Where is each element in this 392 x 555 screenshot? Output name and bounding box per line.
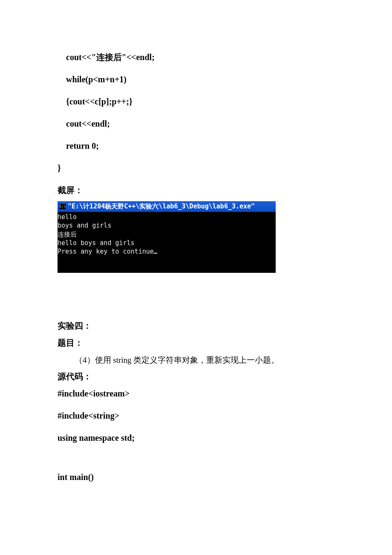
experiment-title: 实验四： [58,320,334,332]
terminal-titlebar: C:\ "E:\计1204杨天野C++\实验六\lab6_3\Debug\lab… [58,201,276,212]
terminal-title-text: "E:\计1204杨天野C++\实验六\lab6_3\Debug\lab6_3.… [68,202,255,211]
terminal-window: C:\ "E:\计1204杨天野C++\实验六\lab6_3\Debug\lab… [58,201,276,273]
code-line: cout<<endl; [58,118,334,130]
code-line: using namespace std; [58,432,334,444]
subject-text: （4）使用 string 类定义字符串对象，重新实现上一小题。 [58,354,334,367]
code-line: #include<string> [58,410,334,422]
code-line: return 0; [58,140,334,152]
code-line: while(p<m+n+1) [58,73,334,85]
cursor-icon [154,253,157,254]
screenshot-label: 截屏： [58,184,334,196]
code-line: {cout<<c[p];p++;} [58,95,334,107]
cmd-icon: C:\ [59,204,66,209]
code-line: cout<<"连接后"<<endl; [58,51,334,63]
code-line: int main() [58,471,334,483]
source-label: 源代码： [58,370,334,382]
closing-brace: } [58,162,334,174]
code-line: #include<iostream> [58,387,334,399]
subject-label: 题目： [58,337,334,349]
terminal-output: hello boys and girls 连接后 hello boys and … [58,212,276,273]
